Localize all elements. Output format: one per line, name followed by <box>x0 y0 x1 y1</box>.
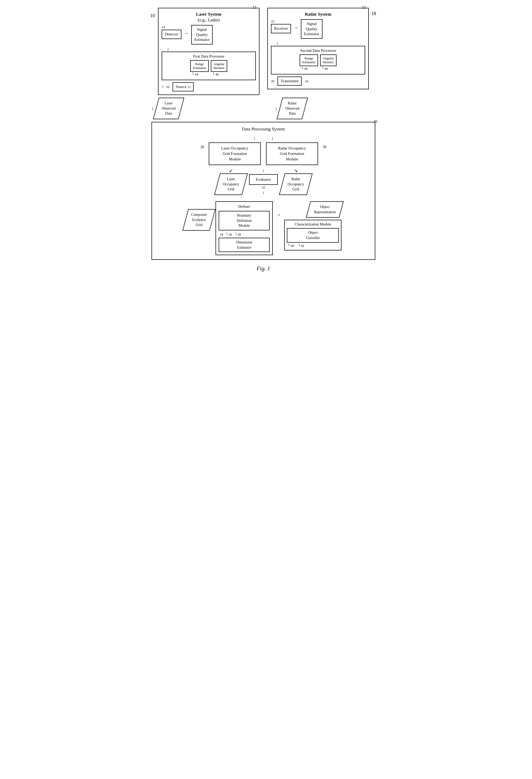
laser-system-box: 15 Laser System(e.g., Ladar) 14 Detector <box>158 8 260 95</box>
evaluator-box: Evaluator 32 <box>249 174 278 185</box>
laser-system-ref15: 15 <box>253 5 256 10</box>
laser-detector-box: Detector <box>161 30 182 39</box>
char-module-title: Characterization Module <box>287 222 339 227</box>
observed-data-section: ↓ LaserObservedData ↓ RadarObservedData <box>151 98 375 119</box>
radar-system-box: 15 18 Radar System 22 Receiver <box>267 8 369 89</box>
definer-title: Definer <box>219 204 270 209</box>
composite-evidence-grid: CompositeEvidenceGrid <box>183 209 215 231</box>
diagram-wrapper: 10 15 Laser System(e.g., Ladar) 14 <box>151 8 375 272</box>
definer-box: Definer BoundaryDefinitionModule 34 ╰ 36… <box>215 201 273 255</box>
laser-system-title: Laser System(e.g., Ladar) <box>161 11 256 23</box>
radar-occupancy-grid: RadarOccupancyGrid <box>279 173 313 195</box>
radar-transmitter-ref20: 20 <box>271 79 274 83</box>
laser-ogfm-ref28: 28 <box>200 145 204 149</box>
radar-transmitter-row: 20 Transmitter 24 <box>271 76 365 86</box>
laser-source-box: Source 12 <box>173 82 194 92</box>
object-representation: ObjectRepresentation <box>306 201 344 218</box>
boundary-def-module: BoundaryDefinitionModule <box>219 211 270 230</box>
radar-transmitter-label: Transmitter <box>281 79 298 83</box>
radar-observed-col: ↓ RadarObservedData <box>275 98 375 119</box>
system10-ref: 10 <box>150 13 155 18</box>
gfm-row: 28 Laser OccupancyGrid FormationModule R… <box>156 142 371 165</box>
dps-ref26: 26 <box>374 119 378 124</box>
arrow-detector-down: ↓ <box>167 46 169 52</box>
radar-receiver-box: Receiver <box>271 24 291 33</box>
laser-observed-col: ↓ LaserObservedData <box>151 98 252 119</box>
radar-transmitter-box: Transmitter <box>277 76 302 86</box>
obj-classifier-ref42: ╰ 42 <box>298 244 304 248</box>
radar-ogfm-box: Radar OccupancyGrid FormationModule <box>266 142 318 165</box>
characterization-module-box: Characterization Module ObjectClassifier… <box>284 220 341 250</box>
laser-observed-data: LaserObservedData <box>153 98 184 119</box>
arrow-to-evaluator: ↓ <box>262 168 265 173</box>
laser-range-estimator: RangeEstimator ╰ 44 <box>190 60 209 72</box>
laser-fdp-title: First Data Processor <box>164 54 253 59</box>
radar-range-estimator: RangeEstimator ╰ 44 <box>300 54 318 66</box>
boundary-ref36: ╰ 36 <box>226 233 232 237</box>
radar-sdp-title: Second Data Processor <box>274 48 362 53</box>
radar-transmitter-ref24: 24 <box>305 79 308 83</box>
radar-angular-monitor: AngularMonitor ╰ 46 <box>320 54 337 66</box>
arrow-to-laser-occ-grid: ↙ <box>229 168 233 173</box>
arrow-rec-to-sq: → <box>293 25 298 31</box>
radar-angular-ref: ╰ 46 <box>322 67 328 71</box>
radar-system-title: Radar System <box>271 11 365 17</box>
char-ref40: ╰ 40 <box>288 244 294 248</box>
laser-detector-label: Detector <box>165 32 178 36</box>
arrow-definer-to-char: → <box>276 212 281 218</box>
system18-ref: 18 <box>372 11 376 16</box>
laser-source-ref: 12 <box>187 85 191 89</box>
arrow-from-evaluator: ↓ <box>262 189 265 195</box>
arrow-to-laser-obs: ↓ <box>151 106 154 111</box>
radar-second-data-processor: Second Data Processor RangeEstimator ╰ 4… <box>271 46 365 74</box>
radar-receiver-label: Receiver <box>274 26 288 31</box>
top-systems-section: 10 15 Laser System(e.g., Ladar) 14 <box>151 8 375 95</box>
laser-angular-monitor: AngularMonitor ╰ 46 <box>211 60 227 72</box>
arrow-to-radar-occ-grid: ↘ <box>294 168 298 173</box>
arrow-to-laser-gfm: ↓ <box>253 135 256 141</box>
laser-range-ref: ╰ 44 <box>192 72 198 76</box>
radar-signal-quality-box: SignalQualityEstimator <box>301 19 322 39</box>
arrow-source-up: ↑ <box>161 84 164 89</box>
laser-detector-ref14: 14 <box>161 25 165 29</box>
dps-box: 26 Data Processing System ↓ ↓ 28 Laser O… <box>151 122 375 260</box>
radar-range-ref: ╰ 44 <box>301 67 308 71</box>
object-classifier-box: ObjectClassifier <box>287 228 339 242</box>
evaluator-ref32: 32 <box>262 185 265 189</box>
evaluator-label: Evaluator <box>256 177 271 181</box>
laser-signal-quality-box: SignalQualityEstimator <box>191 25 213 45</box>
arrow-to-radar-obs: ↓ <box>275 106 277 111</box>
radar-system-ref15: 15 <box>362 5 366 10</box>
dimension-estimator-box: DimensionEstimator <box>219 238 270 252</box>
dim-ref38: ╰ 38 <box>235 233 241 237</box>
radar-ogfm-ref30: 30 <box>323 145 326 149</box>
radar-receiver-ref22: 22 <box>271 19 274 23</box>
laser-first-data-processor: First Data Processor RangeEstimator ╰ 44 <box>161 52 256 80</box>
arrow-det-to-sq: → <box>184 31 189 36</box>
laser-source-arrow-ref: 16 <box>166 85 170 89</box>
arrow-to-radar-gfm: ↓ <box>271 135 274 141</box>
laser-source-row: ↑ 16 Source 12 <box>161 82 256 92</box>
arrow-receiver-down: ↓ <box>276 40 278 46</box>
dps-title: Data Processing System <box>156 126 371 132</box>
laser-occupancy-grid: LaserOccupancyGrid <box>214 173 248 195</box>
fig-caption: Fig. 1 <box>151 265 375 272</box>
radar-observed-data: RadarObservedData <box>277 98 308 119</box>
definer-ref34: 34 <box>220 233 223 237</box>
laser-ogfm-box: Laser OccupancyGrid FormationModule <box>209 142 261 165</box>
laser-angular-ref: ╰ 46 <box>212 72 219 76</box>
